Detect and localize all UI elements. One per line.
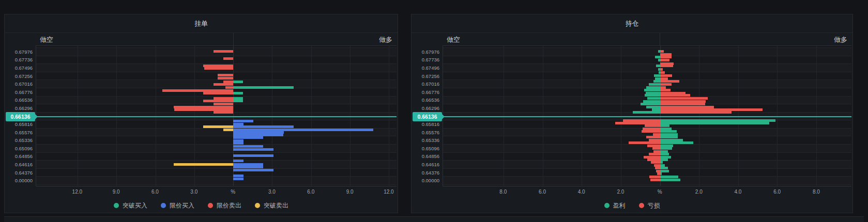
depth-bar[interactable]: [645, 124, 660, 127]
depth-bar[interactable]: [233, 169, 273, 171]
depth-bar[interactable]: [655, 56, 660, 58]
depth-bar[interactable]: [653, 80, 660, 83]
depth-bar[interactable]: [660, 50, 664, 53]
depth-bar[interactable]: [649, 83, 660, 86]
depth-bar[interactable]: [203, 125, 233, 128]
depth-bar[interactable]: [643, 100, 660, 103]
depth-bar[interactable]: [656, 65, 660, 67]
depth-bar[interactable]: [660, 153, 669, 155]
depth-bar[interactable]: [660, 94, 691, 97]
depth-bar[interactable]: [233, 166, 263, 168]
depth-bar[interactable]: [623, 119, 660, 122]
depth-bar[interactable]: [223, 81, 233, 83]
depth-bar[interactable]: [233, 145, 263, 148]
depth-bar[interactable]: [660, 170, 669, 172]
panel-title-positions[interactable]: 持仓: [412, 14, 852, 33]
depth-bar[interactable]: [660, 89, 671, 91]
depth-bar[interactable]: [218, 77, 233, 80]
depth-bar[interactable]: [660, 97, 708, 100]
depth-bar[interactable]: [233, 136, 263, 139]
depth-bar[interactable]: [654, 164, 660, 167]
legend-item-sb[interactable]: 突破卖出: [255, 201, 288, 210]
legend-item-l[interactable]: 亏损: [639, 201, 660, 210]
depth-bar[interactable]: [233, 125, 294, 128]
depth-bar[interactable]: [660, 59, 670, 61]
depth-bar[interactable]: [646, 136, 660, 138]
depth-bar[interactable]: [660, 161, 663, 164]
depth-bar[interactable]: [214, 111, 233, 114]
depth-bar[interactable]: [629, 141, 660, 144]
depth-bar[interactable]: [660, 77, 668, 80]
depth-bar[interactable]: [660, 74, 673, 77]
plot-area[interactable]: [36, 46, 397, 186]
depth-bar[interactable]: [660, 124, 670, 127]
legend-item-lb[interactable]: 限价买入: [161, 201, 194, 210]
depth-bar[interactable]: [233, 178, 243, 180]
depth-bar[interactable]: [233, 154, 273, 157]
depth-bar[interactable]: [644, 89, 660, 91]
depth-bar[interactable]: [656, 170, 660, 172]
depth-bar[interactable]: [660, 179, 681, 181]
depth-bar[interactable]: [660, 68, 663, 71]
depth-bar[interactable]: [660, 111, 732, 114]
depth-bar[interactable]: [660, 56, 672, 58]
depth-bar[interactable]: [233, 120, 253, 122]
depth-bar[interactable]: [203, 92, 233, 94]
depth-bar[interactable]: [233, 160, 243, 162]
depth-bar[interactable]: [162, 89, 233, 92]
legend-item-p[interactable]: 盈利: [604, 201, 626, 210]
depth-bar[interactable]: [214, 103, 233, 105]
depth-bar[interactable]: [660, 65, 674, 67]
depth-bar[interactable]: [647, 145, 660, 147]
depth-bar[interactable]: [660, 176, 679, 178]
depth-bar[interactable]: [646, 86, 660, 89]
depth-bar[interactable]: [660, 150, 668, 153]
depth-bar[interactable]: [660, 83, 672, 86]
depth-bar[interactable]: [660, 164, 665, 167]
depth-bar[interactable]: [174, 106, 233, 108]
depth-bar[interactable]: [233, 163, 263, 166]
depth-bar[interactable]: [647, 158, 660, 161]
depth-bar[interactable]: [652, 108, 660, 111]
depth-bar[interactable]: [233, 97, 243, 100]
depth-bar[interactable]: [203, 100, 233, 102]
depth-bar[interactable]: [655, 167, 660, 169]
depth-bar[interactable]: [652, 147, 660, 150]
depth-bar[interactable]: [650, 179, 660, 181]
depth-bar[interactable]: [660, 141, 693, 144]
depth-bar[interactable]: [660, 71, 665, 74]
depth-bar[interactable]: [233, 142, 243, 145]
depth-bar[interactable]: [649, 153, 660, 155]
depth-bar[interactable]: [653, 150, 660, 153]
depth-bar[interactable]: [660, 80, 680, 83]
depth-bar[interactable]: [660, 128, 672, 130]
depth-bar[interactable]: [645, 94, 660, 97]
depth-bar[interactable]: [214, 50, 233, 53]
depth-bar[interactable]: [644, 156, 660, 158]
depth-bar[interactable]: [660, 145, 673, 147]
depth-bar[interactable]: [203, 65, 233, 67]
depth-bar[interactable]: [654, 74, 660, 77]
depth-bar[interactable]: [660, 53, 672, 56]
depth-bar[interactable]: [642, 130, 660, 133]
depth-bar[interactable]: [651, 161, 660, 164]
depth-bar[interactable]: [660, 119, 775, 122]
depth-bar[interactable]: [233, 129, 373, 131]
depth-bar[interactable]: [174, 163, 233, 166]
depth-bar[interactable]: [647, 97, 660, 100]
plot-area[interactable]: [443, 46, 851, 186]
depth-bar[interactable]: [660, 158, 668, 161]
legend-item-ls[interactable]: 限价卖出: [208, 201, 241, 210]
depth-bar[interactable]: [660, 156, 672, 158]
depth-bar[interactable]: [233, 148, 273, 151]
depth-bar[interactable]: [660, 147, 673, 150]
depth-bar[interactable]: [233, 139, 243, 142]
depth-bar[interactable]: [660, 100, 706, 103]
depth-bar[interactable]: [655, 77, 660, 80]
depth-bar[interactable]: [233, 92, 243, 94]
depth-bar[interactable]: [233, 134, 283, 136]
depth-bar[interactable]: [641, 103, 660, 105]
depth-bar[interactable]: [660, 139, 683, 141]
depth-bar[interactable]: [214, 83, 233, 86]
depth-bar[interactable]: [204, 67, 233, 70]
